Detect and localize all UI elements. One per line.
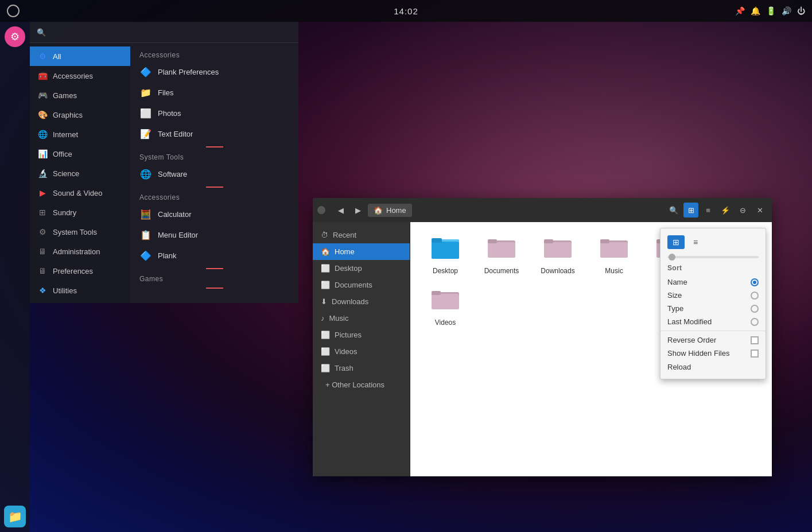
fm-options-button[interactable]: ⚡ — [718, 203, 733, 218]
app-item-software[interactable]: 🌐Software — [130, 164, 298, 184]
fm-more-button[interactable]: ⊖ — [735, 203, 750, 218]
sort-view-toggle: ⊞ ≡ — [661, 233, 766, 254]
category-item-utilities[interactable]: ❖Utilities — [30, 281, 130, 300]
fm-folder-desktop[interactable]: Desktop — [419, 231, 471, 278]
sidebar-label: Documents — [335, 281, 372, 289]
app-item-photos[interactable]: ⬜Photos — [130, 103, 298, 123]
fm-sidebar-documents[interactable]: ⬜Documents — [313, 277, 410, 293]
category-icon-office: 📊 — [37, 148, 48, 160]
sort-checkbox-reverse[interactable] — [751, 336, 759, 344]
sort-radio-size[interactable] — [751, 292, 759, 300]
sort-slider-thumb — [669, 254, 675, 261]
app-label: Calculator — [158, 210, 192, 219]
app-item-files[interactable]: 📁Files — [130, 82, 298, 103]
fm-list-view-button[interactable]: ≡ — [701, 203, 716, 218]
category-item-system-tools[interactable]: ⚙System Tools — [30, 222, 130, 242]
sidebar-icon: ♪ — [321, 314, 325, 323]
app-item-menu-editor[interactable]: 📋Menu Editor — [130, 224, 298, 245]
category-item-internet[interactable]: 🌐Internet — [30, 125, 130, 144]
sort-radio-type[interactable] — [751, 305, 759, 313]
sort-divider-1 — [661, 331, 766, 331]
app-icon-calculator: 🧮 — [139, 208, 152, 220]
sidebar-icon: ⏱ — [321, 231, 328, 239]
fm-forward-button[interactable]: ▶ — [351, 203, 366, 218]
app-icon-plank: 🔷 — [139, 249, 152, 262]
category-item-all[interactable]: ⚙All — [30, 46, 130, 66]
app-item-plank-preferences[interactable]: 🔷Plank Preferences — [130, 61, 298, 82]
sort-option-size[interactable]: Size — [661, 289, 766, 302]
sort-option-size-label: Size — [667, 291, 682, 300]
app-item-calculator[interactable]: 🧮Calculator — [130, 204, 298, 224]
category-icon-utilities: ❖ — [37, 285, 48, 296]
fm-sidebar-pictures[interactable]: ⬜Pictures — [313, 327, 410, 343]
sidebar-label: + Other Locations — [325, 380, 384, 389]
fm-sidebar-home[interactable]: 🏠Home — [313, 243, 410, 260]
category-item-administration[interactable]: 🖥Administration — [30, 242, 130, 261]
bell-icon: 🔔 — [751, 6, 760, 15]
folder-icon — [430, 286, 460, 316]
fm-folder-downloads[interactable]: Downloads — [532, 231, 584, 278]
fm-sidebar-desktop[interactable]: ⬜Desktop — [313, 260, 410, 277]
fm-grid-view-button[interactable]: ⊞ — [683, 203, 698, 218]
category-item-sundry[interactable]: ⊞Sundry — [30, 203, 130, 222]
svg-rect-21 — [432, 291, 441, 295]
menu-button[interactable] — [7, 5, 20, 17]
sort-list-view-button[interactable]: ≡ — [687, 235, 704, 249]
category-label-system-tools: System Tools — [53, 228, 97, 236]
category-label-games: Games — [53, 91, 77, 100]
fm-sidebar-music[interactable]: ♪Music — [313, 310, 410, 327]
sidebar-icon: ⬜ — [321, 281, 330, 289]
category-item-science[interactable]: 🔬Science — [30, 164, 130, 183]
sidebar-label: Pictures — [335, 331, 362, 339]
category-item-graphics[interactable]: 🎨Graphics — [30, 105, 130, 125]
search-icon: 🔍 — [37, 28, 46, 37]
fm-close-icon[interactable]: ✕ — [752, 203, 767, 218]
fm-search-button[interactable]: 🔍 — [666, 203, 681, 218]
app-item-text-editor[interactable]: 📝Text Editor — [130, 123, 298, 144]
sort-option-type-label: Type — [667, 304, 683, 313]
fm-location-bar[interactable]: 🏠 Home — [368, 204, 412, 217]
power-icon[interactable]: ⏻ — [797, 6, 805, 15]
fm-sidebar-recent[interactable]: ⏱Recent — [313, 227, 410, 243]
sort-option-type[interactable]: Type — [661, 302, 766, 315]
taskbar-clock: 14:02 — [394, 6, 418, 16]
search-input[interactable] — [50, 28, 292, 37]
fm-sidebar-videos[interactable]: ⬜Videos — [313, 343, 410, 360]
file-manager: ◀ ▶ 🏠 Home 🔍 ⊞ ≡ ⚡ ⊖ ✕ ⏱Recent🏠Home⬜Desk… — [313, 198, 772, 476]
fm-titlebar: ◀ ▶ 🏠 Home 🔍 ⊞ ≡ ⚡ ⊖ ✕ — [313, 198, 772, 222]
fm-folder-videos[interactable]: Videos — [419, 283, 471, 330]
fm-close-button[interactable] — [317, 206, 325, 214]
app-label: Photos — [158, 109, 181, 118]
dock-item-appstore[interactable]: ⚙ — [5, 26, 25, 47]
dock-item-files[interactable]: 📁 — [4, 506, 26, 527]
fm-folder-music[interactable]: Music — [588, 231, 640, 278]
category-label-graphics: Graphics — [53, 111, 83, 119]
app-item-plank[interactable]: 🔷Plank — [130, 245, 298, 266]
sort-radio-last-modified[interactable] — [751, 318, 759, 326]
fm-back-button[interactable]: ◀ — [333, 203, 348, 218]
sort-option-last-modified[interactable]: Last Modified — [661, 315, 766, 328]
fm-folder-documents[interactable]: Documents — [476, 231, 527, 278]
fm-sidebar--other-locations[interactable]: + Other Locations — [313, 376, 410, 393]
category-icon-internet: 🌐 — [37, 129, 48, 140]
section-divider — [206, 187, 223, 188]
sort-radio-name[interactable] — [751, 278, 759, 286]
app-label: Menu Editor — [158, 231, 198, 239]
sort-option-reverse[interactable]: Reverse Order — [661, 333, 766, 347]
sort-option-hidden[interactable]: Show Hidden Files — [661, 347, 766, 360]
sort-slider[interactable] — [661, 254, 766, 262]
sort-checkbox-hidden[interactable] — [751, 350, 759, 358]
app-label: Software — [158, 170, 187, 178]
sort-reload-button[interactable]: Reload — [661, 360, 766, 374]
sort-grid-view-button[interactable]: ⊞ — [667, 235, 685, 249]
sort-option-name[interactable]: Name — [661, 275, 766, 289]
category-item-accessories[interactable]: 🧰Accessories — [30, 66, 130, 86]
fm-sidebar-downloads[interactable]: ⬇Downloads — [313, 293, 410, 310]
category-label-all: All — [53, 52, 61, 61]
category-item-office[interactable]: 📊Office — [30, 144, 130, 164]
category-item-sound-video[interactable]: ▶Sound & Video — [30, 183, 130, 203]
dock: ⚙ 📁 — [0, 22, 30, 532]
category-item-preferences[interactable]: 🖥Preferences — [30, 261, 130, 281]
fm-sidebar-trash[interactable]: ⬜Trash — [313, 360, 410, 376]
category-item-games[interactable]: 🎮Games — [30, 86, 130, 105]
